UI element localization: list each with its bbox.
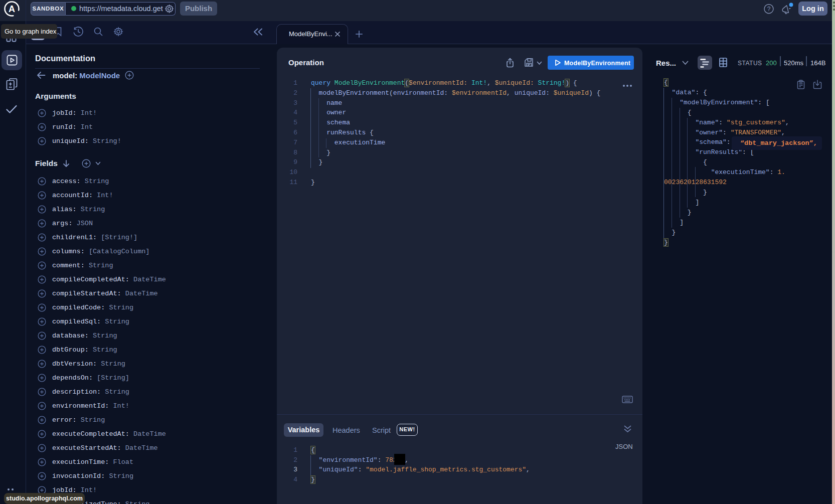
svg-text:?: ? [767,6,771,13]
svg-text:A: A [9,4,15,14]
